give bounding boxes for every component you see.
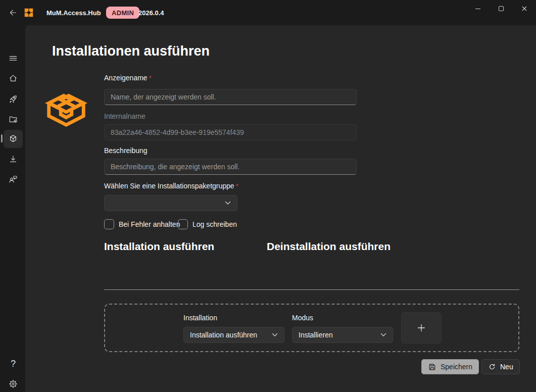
app-logo-icon xyxy=(23,7,34,18)
floppy-disk-icon xyxy=(428,363,436,371)
beschreibung-input[interactable] xyxy=(104,159,357,175)
beschreibung-label: Beschreibung xyxy=(104,146,148,155)
admin-badge: ADMIN xyxy=(106,7,139,19)
required-asterisk: * xyxy=(236,182,238,190)
anzeigename-input[interactable] xyxy=(104,89,357,105)
anzeigename-label-text: Anzeigename xyxy=(104,74,148,82)
sidebar-item-packages[interactable] xyxy=(4,130,23,148)
menu-toggle-button[interactable] xyxy=(4,49,23,67)
paketgruppe-label-text: Wählen Sie eine Installationspaketgruppe xyxy=(104,182,234,190)
log-schreiben-label: Log schreiben xyxy=(192,220,237,228)
minimize-icon xyxy=(475,9,480,9)
section-divider xyxy=(104,289,519,290)
bei-fehler-anhalten-checkbox[interactable] xyxy=(104,219,114,229)
sidebar-item-projects[interactable] xyxy=(4,110,23,128)
installation-dropdown[interactable]: Installation ausführen xyxy=(183,327,284,343)
back-button[interactable] xyxy=(7,7,20,19)
required-asterisk: * xyxy=(149,74,152,82)
uninstall-section-heading[interactable]: Deinstallation ausführen xyxy=(267,240,391,253)
hamburger-icon xyxy=(8,53,18,63)
close-icon xyxy=(521,6,527,12)
titlebar: MuM.Access.Hub ADMIN 2026.0.4 xyxy=(0,0,536,25)
gear-icon xyxy=(8,379,18,389)
sidebar-item-feedback[interactable] xyxy=(4,170,23,188)
back-arrow-icon xyxy=(8,8,18,17)
bei-fehler-anhalten-label: Bei Fehler anhalten xyxy=(119,220,180,228)
modus-column-label: Modus xyxy=(292,314,313,322)
save-button-label: Speichern xyxy=(441,363,472,371)
page-title: Installationen ausführen xyxy=(52,43,210,59)
new-button-label: Neu xyxy=(500,363,513,371)
checkbox-group-log: Log schreiben xyxy=(178,219,237,229)
rocket-icon xyxy=(8,94,18,104)
sidebar-item-downloads[interactable] xyxy=(4,150,23,168)
installation-column-label: Installation xyxy=(183,314,217,322)
save-button[interactable]: Speichern xyxy=(421,359,479,374)
download-icon xyxy=(8,154,18,164)
sidebar: ? xyxy=(0,25,25,392)
close-button[interactable] xyxy=(513,0,536,17)
row-editor-panel: Installation Installation ausführen Modu… xyxy=(104,304,519,352)
refresh-icon xyxy=(488,363,496,371)
plus-icon xyxy=(416,322,427,333)
log-schreiben-checkbox[interactable] xyxy=(178,219,188,229)
person-chat-icon xyxy=(8,174,18,184)
maximize-button[interactable] xyxy=(490,0,513,17)
window-controls xyxy=(466,0,536,17)
sidebar-item-home[interactable] xyxy=(4,69,23,87)
package-cube-icon xyxy=(8,134,18,144)
help-button[interactable]: ? xyxy=(4,355,23,373)
help-question-icon: ? xyxy=(11,359,16,369)
settings-button[interactable] xyxy=(4,375,23,392)
checkbox-group-bei-fehler: Bei Fehler anhalten xyxy=(104,219,180,229)
chevron-down-icon xyxy=(225,201,231,205)
add-row-button[interactable] xyxy=(401,312,442,344)
chevron-down-icon xyxy=(380,333,386,337)
internalname-label: Internalname xyxy=(104,112,145,120)
anzeigename-label: Anzeigename* xyxy=(104,74,152,82)
app-title: MuM.Access.Hub xyxy=(46,9,101,17)
modus-dropdown-value: Installieren xyxy=(299,331,333,339)
internalname-input xyxy=(104,124,357,140)
app-window: MuM.Access.Hub ADMIN 2026.0.4 xyxy=(0,0,536,392)
open-box-icon xyxy=(41,81,91,130)
main-content: Installationen ausführen Anzeigename* In… xyxy=(25,25,536,392)
modus-dropdown[interactable]: Installieren xyxy=(292,327,393,343)
selected-item-indicator xyxy=(1,134,3,142)
installation-dropdown-value: Installation ausführen xyxy=(190,331,257,339)
paketgruppe-label: Wählen Sie eine Installationspaketgruppe… xyxy=(104,182,238,190)
home-icon xyxy=(8,73,18,83)
sidebar-item-deploy[interactable] xyxy=(4,90,23,108)
minimize-button[interactable] xyxy=(466,0,490,17)
new-button[interactable]: Neu xyxy=(481,359,520,374)
chevron-down-icon xyxy=(272,333,278,337)
maximize-icon xyxy=(499,6,504,11)
install-section-heading[interactable]: Installation ausführen xyxy=(104,240,214,253)
folder-gear-icon xyxy=(8,114,18,124)
paketgruppe-dropdown[interactable] xyxy=(104,195,237,211)
version-label: 2026.0.4 xyxy=(138,9,164,17)
